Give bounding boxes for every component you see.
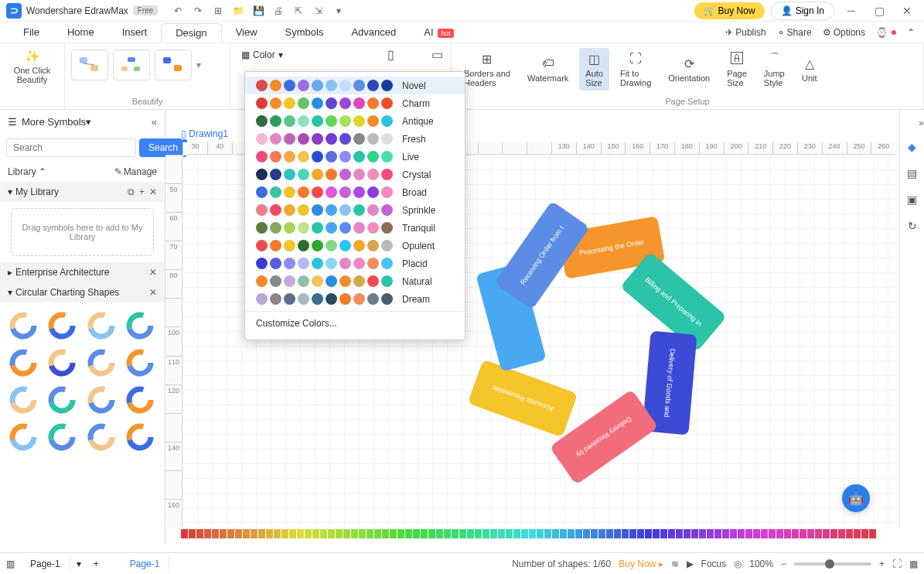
quick-color[interactable] bbox=[459, 529, 466, 538]
shape-thumb[interactable] bbox=[84, 383, 118, 417]
palette-row-dream[interactable]: Dream bbox=[245, 290, 465, 308]
enterprise-section[interactable]: ▸ Enterprise Architecture ✕ bbox=[0, 262, 165, 282]
page-size-button[interactable]: 🄰Page Size bbox=[721, 48, 753, 91]
quick-color[interactable] bbox=[869, 529, 876, 538]
shape-thumb[interactable] bbox=[6, 346, 40, 380]
quick-color[interactable] bbox=[776, 529, 783, 538]
quick-color[interactable] bbox=[823, 529, 830, 538]
quick-color[interactable] bbox=[212, 529, 219, 538]
shape-thumb[interactable] bbox=[84, 309, 118, 343]
publish-link[interactable]: ✈ Publish bbox=[725, 27, 765, 38]
quick-color[interactable] bbox=[676, 529, 683, 538]
quick-color[interactable] bbox=[537, 529, 544, 538]
menu-ai[interactable]: AI hot bbox=[410, 23, 467, 41]
quick-color[interactable] bbox=[196, 529, 203, 538]
close-section-icon[interactable]: ✕ bbox=[149, 267, 157, 278]
print-icon[interactable]: 🖨 bbox=[272, 5, 285, 17]
quick-color[interactable] bbox=[560, 529, 567, 538]
quick-color[interactable] bbox=[467, 529, 474, 538]
quick-color[interactable] bbox=[854, 529, 861, 538]
shape-thumb[interactable] bbox=[45, 420, 79, 454]
quick-color[interactable] bbox=[251, 529, 257, 538]
maximize-icon[interactable]: ▢ bbox=[868, 3, 890, 19]
palette-row-fresh[interactable]: Fresh bbox=[245, 130, 465, 148]
quick-color[interactable] bbox=[320, 529, 327, 538]
quick-color[interactable] bbox=[769, 529, 776, 538]
quick-color[interactable] bbox=[328, 529, 335, 538]
fullscreen-icon[interactable]: ⛶ bbox=[892, 559, 902, 569]
shape-thumb[interactable] bbox=[6, 383, 40, 417]
theme-preset-1[interactable] bbox=[71, 50, 108, 80]
shape-thumb[interactable] bbox=[45, 309, 79, 343]
menu-advanced[interactable]: Advanced bbox=[337, 23, 410, 41]
shape-thumb[interactable] bbox=[123, 420, 157, 454]
quick-color[interactable] bbox=[444, 529, 451, 538]
quick-color[interactable] bbox=[846, 529, 853, 538]
quick-color[interactable] bbox=[189, 529, 196, 538]
page-tab-active[interactable]: Page-1 bbox=[121, 555, 170, 572]
quick-color[interactable] bbox=[204, 529, 211, 538]
customize-colors-link[interactable]: Customize Colors... bbox=[245, 311, 465, 335]
quick-color[interactable] bbox=[343, 529, 350, 538]
shape-thumb[interactable] bbox=[45, 346, 79, 380]
my-library-section[interactable]: ▾ My Library ⧉+✕ bbox=[0, 182, 165, 202]
quick-color[interactable] bbox=[714, 529, 721, 538]
redo-icon[interactable]: ↷ bbox=[192, 5, 204, 17]
presentation-icon[interactable]: ▶ bbox=[687, 559, 694, 569]
shape-thumb[interactable] bbox=[6, 309, 40, 343]
one-click-beautify-button[interactable]: ✨ One Click Beautify bbox=[6, 45, 58, 87]
quick-color[interactable] bbox=[637, 529, 644, 538]
quick-color[interactable] bbox=[568, 529, 575, 538]
search-input[interactable] bbox=[6, 138, 136, 157]
quick-color[interactable] bbox=[699, 529, 706, 538]
circular-section[interactable]: ▾ Circular Charting Shapes ✕ bbox=[0, 282, 165, 302]
chat-bubble-icon[interactable]: 🤖 bbox=[842, 484, 870, 512]
quick-color[interactable] bbox=[397, 529, 404, 538]
quick-color[interactable] bbox=[544, 529, 551, 538]
palette-row-natural[interactable]: Natural bbox=[245, 272, 465, 290]
theme-preset-3[interactable] bbox=[155, 50, 192, 80]
pages-icon[interactable]: ▥ bbox=[6, 559, 15, 569]
quick-color[interactable] bbox=[722, 529, 729, 538]
donut-segment[interactable]: Accounts Receivable bbox=[468, 360, 578, 438]
shape-thumb[interactable] bbox=[84, 346, 118, 380]
shape-thumb[interactable] bbox=[123, 383, 157, 417]
shape-thumb[interactable] bbox=[45, 383, 79, 417]
quick-color[interactable] bbox=[830, 529, 837, 538]
quick-color[interactable] bbox=[745, 529, 752, 538]
buy-now-button[interactable]: 🛒 Buy Now bbox=[694, 2, 765, 19]
fit-screen-icon[interactable]: ◎ bbox=[734, 559, 742, 569]
quick-color[interactable] bbox=[684, 529, 690, 538]
close-icon[interactable]: ✕ bbox=[896, 3, 918, 19]
quick-color[interactable] bbox=[258, 529, 265, 538]
quick-color[interactable] bbox=[668, 529, 675, 538]
menu-symbols[interactable]: Symbols bbox=[271, 23, 338, 41]
quick-color[interactable] bbox=[281, 529, 288, 538]
quick-color[interactable] bbox=[583, 529, 590, 538]
quick-color[interactable] bbox=[227, 529, 234, 538]
quick-color[interactable] bbox=[622, 529, 629, 538]
quick-color[interactable] bbox=[606, 529, 613, 538]
borders-headers-button[interactable]: ⊞Borders and Headers bbox=[458, 48, 517, 91]
page-tab-left[interactable]: Page-1 bbox=[21, 555, 70, 572]
donut-chart[interactable]: Processing the OrderBilling and Preparin… bbox=[476, 232, 677, 433]
chevron-down-icon[interactable]: ▾ bbox=[196, 60, 201, 70]
quick-color[interactable] bbox=[312, 529, 319, 538]
quick-color[interactable] bbox=[382, 529, 389, 538]
quick-color[interactable] bbox=[629, 529, 636, 538]
share-link[interactable]: ⚬ Share bbox=[777, 27, 812, 38]
menu-design[interactable]: Design bbox=[161, 23, 221, 42]
quick-color[interactable] bbox=[289, 529, 296, 538]
menu-insert[interactable]: Insert bbox=[108, 23, 162, 41]
quick-color[interactable] bbox=[498, 529, 505, 538]
buy-now-link[interactable]: Buy Now ▸ bbox=[619, 559, 663, 569]
page-landscape-icon[interactable]: ▭ bbox=[429, 46, 445, 62]
new-icon[interactable]: ⊞ bbox=[212, 5, 224, 17]
orientation-button[interactable]: ⟳Orientation bbox=[662, 48, 716, 91]
save-icon[interactable]: 💾 bbox=[252, 5, 264, 17]
collapse-ribbon-icon[interactable]: ⌃ bbox=[907, 27, 915, 38]
auto-size-button[interactable]: ◫Auto Size bbox=[579, 48, 609, 91]
quick-color[interactable] bbox=[861, 529, 868, 538]
quick-color[interactable] bbox=[220, 529, 227, 538]
fit-to-drawing-button[interactable]: ⛶Fit to Drawing bbox=[614, 48, 657, 91]
